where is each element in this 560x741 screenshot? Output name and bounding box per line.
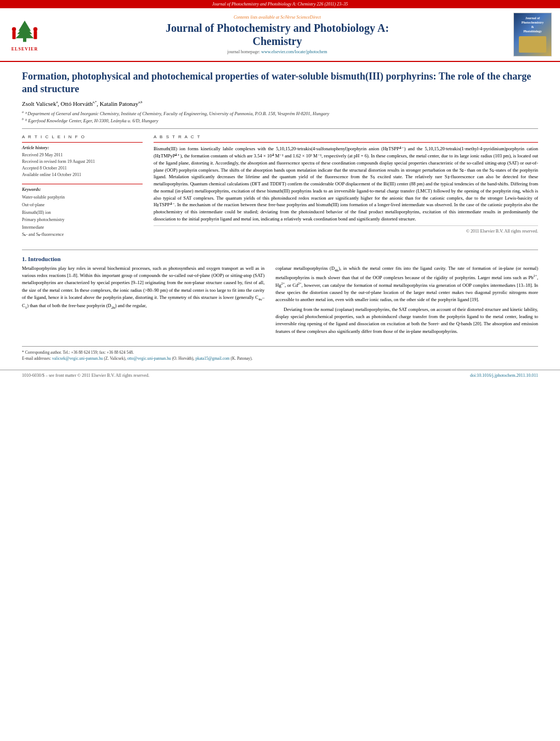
- accepted-date: Accepted 8 October 2011: [22, 165, 143, 172]
- doi-text[interactable]: doi:10.1016/j.jphotochem.2011.10.011: [470, 373, 538, 378]
- article-info-abstract: A R T I C L E I N F O Article history: R…: [22, 134, 538, 244]
- keyword-2: Out-of-plane: [22, 201, 143, 209]
- abstract-block: Bismuth(III) ion forms kinetically labil…: [154, 142, 538, 233]
- main-content: Formation, photophysical and photochemic…: [0, 62, 560, 370]
- received-date: Received 29 May 2011: [22, 152, 143, 159]
- svg-point-5: [12, 27, 16, 31]
- divider: [22, 128, 538, 129]
- affiliation-b: b ᵇ Egerfood Knowledge Center, Eger, H-3…: [22, 117, 538, 123]
- abstract-text: Bismuth(III) ion forms kinetically labil…: [154, 145, 538, 222]
- copyright-line: © 2011 Elsevier B.V. All rights reserved…: [154, 225, 538, 234]
- email-note: E-mail addresses: valicsek@vegic.uni-pan…: [22, 355, 538, 361]
- article-title: Formation, photophysical and photochemic…: [22, 70, 538, 96]
- available-date: Available online 14 October 2011: [22, 172, 143, 178]
- authors-line: Zsolt Valicseka, Ottó Horvátha,*, Katali…: [22, 100, 538, 107]
- article-info-header: A R T I C L E I N F O: [22, 134, 143, 139]
- sciverse-link[interactable]: SciVerse ScienceDirect: [280, 15, 321, 20]
- keyword-1: Water-soluble porphyrin: [22, 194, 143, 201]
- keyword-6: S₁- and S₂-fluorescence: [22, 231, 143, 239]
- homepage-url[interactable]: www.elsevier.com/locate/jphotochem: [261, 49, 327, 54]
- page-bottom: 1010-6030/$ – see front matter © 2011 El…: [0, 370, 560, 381]
- keywords-block: Keywords: Water-soluble porphyrin Out-of…: [22, 184, 143, 239]
- intro-right-col: coplanar metalloporphyrins (D4h), in whi…: [275, 265, 538, 338]
- sciverse-line: Contents lists available at SciVerse Sci…: [47, 15, 508, 20]
- keyword-3: Bismuth(III) ion: [22, 209, 143, 217]
- page: Journal of Photochemistry and Photobiolo…: [0, 0, 560, 741]
- introduction-section: 1. Introduction Metalloporphyrins play k…: [22, 256, 538, 361]
- journal-homepage: journal homepage: www.elsevier.com/locat…: [47, 49, 508, 54]
- elsevier-logo: ELSEVIER: [8, 18, 41, 52]
- journal-cover-image: Journal of Photochemistry & Photobiology: [513, 13, 552, 56]
- journal-title: Journal of Photochemistry and Photobiolo…: [47, 21, 508, 48]
- email2[interactable]: otto@vegic.uni-pannan.hu: [127, 356, 171, 361]
- intro-body: Metalloporphyrins play key roles in seve…: [22, 265, 538, 338]
- keywords-label: Keywords:: [22, 187, 143, 192]
- journal-header: ELSEVIER Contents lists available at Sci…: [0, 8, 560, 62]
- intro-title: 1. Introduction: [22, 256, 538, 262]
- intro-para2: coplanar metalloporphyrins (D4h), in whi…: [275, 265, 538, 335]
- elsevier-logo-svg: [8, 18, 41, 46]
- keywords-list: Water-soluble porphyrin Out-of-plane Bis…: [22, 194, 143, 239]
- keyword-4: Primary photochemistry: [22, 216, 143, 224]
- revised-date: Received in revised form 19 August 2011: [22, 159, 143, 165]
- article-history-block: Article history: Received 29 May 2011 Re…: [22, 142, 143, 178]
- intro-left-col: Metalloporphyrins play key roles in seve…: [22, 265, 264, 338]
- corresponding-note: * Corresponding author. Tel.: +36 88 624…: [22, 349, 538, 355]
- history-label: Article history:: [22, 145, 143, 150]
- abstract-col: A B S T R A C T Bismuth(III) ion forms k…: [154, 134, 538, 244]
- email3[interactable]: pkata15@gmail.com: [195, 356, 230, 361]
- abstract-header: A B S T R A C T: [154, 134, 538, 139]
- svg-point-7: [33, 27, 38, 31]
- svg-rect-6: [34, 31, 37, 39]
- keyword-5: Intermediate: [22, 224, 143, 231]
- affiliation-a: a ᵃ Department of General and Inorganic …: [22, 110, 538, 116]
- svg-rect-4: [13, 31, 16, 39]
- elsevier-text: ELSEVIER: [12, 47, 38, 52]
- email1[interactable]: valicsek@vegic.uni-pannan.hu: [52, 356, 103, 361]
- divider-2: [22, 250, 538, 250]
- journal-header-bar: Journal of Photochemistry and Photobiolo…: [0, 0, 560, 8]
- article-info-col: A R T I C L E I N F O Article history: R…: [22, 134, 143, 244]
- intro-para1: Metalloporphyrins play key roles in seve…: [22, 265, 264, 311]
- issn-text: 1010-6030/$ – see front matter © 2011 El…: [22, 373, 149, 378]
- header-center: Contents lists available at SciVerse Sci…: [47, 15, 508, 54]
- footnote-area: * Corresponding author. Tel.: +36 88 624…: [22, 346, 538, 362]
- journal-citation: Journal of Photochemistry and Photobiolo…: [212, 2, 348, 7]
